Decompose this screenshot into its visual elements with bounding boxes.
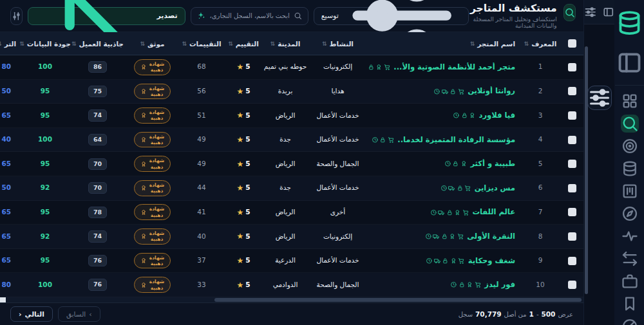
store-status-icons	[425, 233, 464, 240]
sidebar-bookmark-icon[interactable]	[621, 295, 639, 313]
column-header-extra[interactable]: التر⇅	[0, 40, 20, 48]
truck-icon	[438, 209, 445, 216]
filter-panel-button[interactable]	[587, 86, 612, 110]
medal-icon	[449, 233, 456, 240]
store-name-link[interactable]: عالم اللفات	[472, 207, 515, 217]
filters-sliders-icon[interactable]	[584, 6, 597, 19]
header-search-button[interactable]	[564, 4, 576, 21]
column-header-rating[interactable]: التقييم⇅	[223, 40, 263, 48]
row-checkbox[interactable]	[568, 184, 576, 192]
column-header-reviews[interactable]: التقييمات⇅	[180, 40, 223, 48]
column-header-activity[interactable]: النشاط⇅	[307, 40, 368, 48]
sort-icon[interactable]: ⇅	[140, 41, 145, 47]
next-page-button[interactable]: التالي ‹	[10, 306, 53, 322]
store-name-link[interactable]: متجر أحمد للأنظمة الصوتية والأ...	[393, 62, 515, 72]
cell-activity: خدمات الأعمال	[307, 111, 368, 120]
cell-rating: 5★	[223, 232, 263, 241]
expand-button[interactable]: توسيع	[314, 7, 469, 25]
gold-certificate-badge[interactable]: شهادةذهبية	[134, 156, 171, 172]
sidebar-search-icon[interactable]	[621, 115, 639, 133]
cell-city: الدوادمي	[263, 281, 307, 290]
cell-activity: خدمات الأعمال	[307, 183, 368, 192]
sidebar-grid-icon[interactable]	[621, 92, 639, 110]
row-checkbox[interactable]	[568, 136, 576, 144]
star-icon: ★	[236, 232, 243, 240]
gold-certificate-badge[interactable]: شهادةذهبية	[134, 84, 171, 100]
sidebar-database-icon[interactable]	[621, 160, 639, 178]
store-name-link[interactable]: فيا فلاورد	[479, 111, 515, 120]
options-button[interactable]	[10, 7, 23, 25]
sort-icon[interactable]: ⇅	[19, 41, 24, 47]
store-name-link[interactable]: مؤسسة الرفادة المتميزة لخدما..	[397, 135, 515, 145]
store-name-link[interactable]: مس ديزاين	[475, 183, 515, 193]
rating-value: 5	[245, 160, 250, 169]
gold-certificate-badge[interactable]: شهادةذهبية	[134, 107, 171, 124]
store-name-link[interactable]: روانتا أونلاين	[468, 86, 515, 96]
gold-certificate-badge[interactable]: شهادةذهبية	[134, 228, 171, 245]
column-header-city[interactable]: المدينة⇅	[263, 40, 307, 48]
row-checkbox[interactable]	[568, 87, 576, 95]
cell-select	[560, 232, 583, 241]
quality-score: 95	[41, 111, 50, 120]
page-subtitle: استكشاف وتحليل المتاجر المسجلة والبيانات…	[469, 16, 557, 29]
sidebar-target-icon[interactable]	[621, 137, 639, 155]
row-checkbox[interactable]	[568, 160, 576, 168]
store-name-link[interactable]: النقرة الأولى	[467, 232, 515, 241]
store-name-link[interactable]: فور ليدز	[484, 280, 515, 290]
search-input[interactable]	[209, 12, 290, 19]
summary-dash: -	[536, 311, 539, 318]
gold-certificate-badge[interactable]: شهادةذهبية	[134, 132, 171, 148]
column-header-name[interactable]: اسم المتجر⇅	[368, 40, 520, 48]
sort-icon[interactable]: ⇅	[524, 41, 529, 47]
gold-certificate-badge[interactable]: شهادةذهبية	[134, 59, 171, 75]
chevron-right-icon: ›	[89, 311, 91, 318]
sidebar-activity-icon[interactable]	[621, 227, 639, 245]
sidebar-collapse-panel-icon[interactable]	[615, 44, 644, 86]
sparkles-ai-icon[interactable]	[197, 12, 205, 20]
collapse-panel-icon[interactable]	[602, 6, 615, 19]
sidebar-briefcase-icon[interactable]	[621, 272, 639, 290]
app-logo-database-icon[interactable]	[615, 0, 644, 44]
row-checkbox[interactable]	[568, 232, 576, 241]
gold-certificate-badge[interactable]: شهادةذهبية	[134, 277, 171, 293]
sort-icon[interactable]: ⇅	[182, 41, 187, 47]
sort-icon[interactable]: ⇅	[322, 41, 327, 47]
store-name-link[interactable]: طبيبة و أكثر	[470, 159, 515, 169]
row-checkbox[interactable]	[568, 208, 576, 216]
vertical-scrollbar[interactable]	[585, 46, 588, 294]
gold-certificate-badge[interactable]: شهادةذهبية	[134, 180, 171, 196]
gold-certificate-badge[interactable]: شهادةذهبية	[134, 253, 171, 269]
sort-icon[interactable]: ⇅	[228, 41, 233, 47]
cell-reviews-count: 41	[180, 208, 223, 217]
cell-data-quality: 95	[20, 87, 70, 96]
row-checkbox[interactable]	[568, 63, 576, 71]
truck-icon	[433, 233, 440, 240]
quality-score: 92	[41, 232, 50, 241]
sidebar-kanban-icon[interactable]	[621, 182, 639, 200]
column-header-appeal[interactable]: جاذبية العميل⇅	[70, 40, 125, 48]
store-name-link[interactable]: شغف وحكاية	[468, 256, 515, 266]
export-button[interactable]: تصدير	[28, 7, 185, 25]
column-header-verified[interactable]: موثق⇅	[125, 40, 180, 48]
sort-icon[interactable]: ⇅	[0, 41, 2, 47]
scrollbar-thumb[interactable]	[214, 298, 582, 302]
table-row: 3فيا فلاوردخدمات الأعمالالرياض5★51شهادةذ…	[0, 104, 583, 128]
column-header-quality[interactable]: جودة البيانات⇅	[20, 40, 70, 48]
export-button-label: تصدير	[156, 12, 177, 20]
sidebar-swap-icon[interactable]	[621, 250, 639, 268]
sort-icon[interactable]: ⇅	[71, 41, 77, 47]
select-all-checkbox[interactable]	[568, 39, 576, 48]
sidebar-slash-icon[interactable]	[621, 317, 639, 325]
horizontal-scrollbar[interactable]	[0, 297, 583, 302]
row-checkbox[interactable]	[568, 111, 576, 120]
row-checkbox[interactable]	[568, 257, 576, 265]
column-header-id[interactable]: المعرف⇅	[520, 40, 560, 48]
prev-page-button[interactable]: › السابق	[58, 306, 100, 322]
sort-icon[interactable]: ⇅	[270, 41, 276, 47]
row-checkbox[interactable]	[568, 281, 576, 289]
sort-icon[interactable]: ⇅	[470, 41, 475, 47]
sidebar-compass-icon[interactable]	[621, 205, 639, 223]
gold-certificate-badge[interactable]: شهادةذهبية	[134, 204, 171, 220]
cell-customer-appeal: 74	[70, 109, 125, 121]
table-row: 9شغف وحكايةخدمات الأعمالالدرعية5★37شهادة…	[0, 249, 583, 274]
